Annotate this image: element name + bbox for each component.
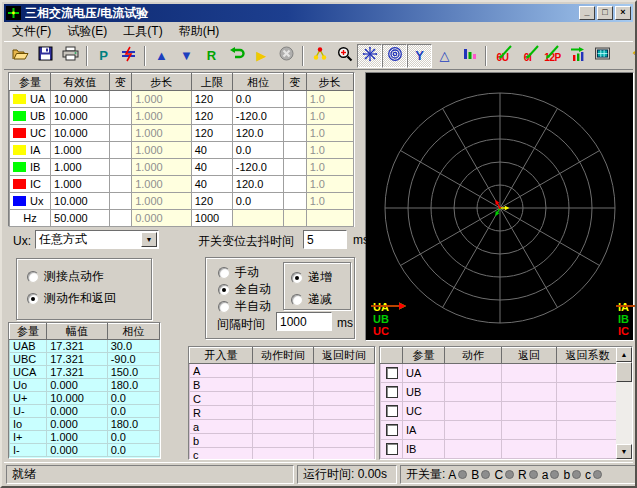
calculator-button[interactable] — [590, 44, 615, 68]
vary-cell[interactable] — [109, 210, 132, 227]
limit-cell[interactable]: 120 — [191, 108, 232, 125]
phase-cell[interactable]: 120.0 — [232, 125, 283, 142]
result-table-scrollbar[interactable]: ▲ ▼ — [616, 347, 632, 459]
step2-cell[interactable]: 1.0 — [306, 91, 353, 108]
step-cell[interactable]: 1.000 — [132, 142, 192, 159]
close-button[interactable]: × — [615, 6, 631, 20]
step-cell[interactable]: 1.000 — [132, 91, 192, 108]
print-button[interactable] — [58, 44, 83, 68]
trigger-option-0[interactable]: 测接点动作 — [27, 268, 104, 285]
maximize-button[interactable]: □ — [597, 6, 613, 20]
phase-sequence-button[interactable] — [116, 44, 141, 68]
step2-cell[interactable]: 1.0 — [306, 142, 353, 159]
direction-option-1[interactable]: 递减 — [291, 291, 332, 308]
debounce-input[interactable] — [303, 230, 347, 249]
save-button[interactable] — [33, 44, 58, 68]
trigger-option-1[interactable]: 测动作和返回 — [27, 290, 116, 307]
step-cell[interactable]: 1.000 — [132, 193, 192, 210]
direction-option-0[interactable]: 递增 — [291, 269, 332, 286]
limit-cell[interactable]: 120 — [191, 125, 232, 142]
vary-cell[interactable] — [109, 176, 132, 193]
open-file-button[interactable] — [8, 44, 33, 68]
twelve-p-button[interactable]: 12P — [540, 44, 565, 68]
y-connection-button[interactable]: Y — [407, 44, 432, 68]
vary-cell[interactable] — [109, 91, 132, 108]
phase-cell[interactable]: 0.0 — [232, 142, 283, 159]
select-checkbox[interactable] — [386, 386, 398, 398]
mode-option-2[interactable]: 半自动 — [218, 298, 271, 315]
rays-view-button[interactable] — [357, 44, 382, 68]
radio-icon[interactable] — [27, 293, 39, 305]
step2-cell[interactable]: 1.0 — [306, 176, 353, 193]
help-button[interactable]: ? — [624, 44, 637, 68]
radio-icon[interactable] — [218, 301, 230, 313]
limit-cell[interactable]: 120 — [191, 91, 232, 108]
chevron-down-icon[interactable]: ▼ — [141, 232, 157, 247]
vary-cell[interactable] — [109, 193, 132, 210]
step2-cell[interactable]: 1.0 — [306, 125, 353, 142]
rms-cell[interactable]: 1.000 — [51, 142, 110, 159]
step-cell[interactable]: 1.000 — [132, 159, 192, 176]
limit-cell[interactable]: 40 — [191, 159, 232, 176]
step2-cell[interactable]: 1.0 — [306, 108, 353, 125]
minimize-button[interactable]: _ — [579, 6, 595, 20]
bar-graph-button[interactable] — [457, 44, 482, 68]
menu-item-0[interactable]: 文件(F) — [4, 21, 59, 42]
rms-cell[interactable]: 1.000 — [51, 159, 110, 176]
vary-cell[interactable] — [109, 142, 132, 159]
limit-cell[interactable]: 40 — [191, 176, 232, 193]
vary2-cell[interactable] — [284, 91, 307, 108]
zoom-button[interactable] — [332, 44, 357, 68]
undo-button[interactable] — [224, 44, 249, 68]
vary2-cell[interactable] — [284, 142, 307, 159]
rms-cell[interactable]: 10.000 — [51, 193, 110, 210]
vary-cell[interactable] — [109, 159, 132, 176]
step2-cell[interactable]: 1.0 — [306, 193, 353, 210]
rms-cell[interactable]: 10.000 — [51, 91, 110, 108]
rms-cell[interactable]: 10.000 — [51, 108, 110, 125]
menu-item-1[interactable]: 试验(E) — [59, 21, 115, 42]
mode-option-0[interactable]: 手动 — [218, 264, 259, 281]
interval-input[interactable] — [276, 312, 332, 331]
six-u-button[interactable]: 6U — [490, 44, 515, 68]
scroll-down-icon[interactable]: ▼ — [616, 444, 632, 459]
step2-cell[interactable] — [306, 210, 353, 227]
circles-view-button[interactable] — [382, 44, 407, 68]
step-cell[interactable]: 1.000 — [132, 176, 192, 193]
rms-cell[interactable]: 10.000 — [51, 125, 110, 142]
select-checkbox[interactable] — [386, 367, 398, 379]
radio-icon[interactable] — [291, 294, 303, 306]
select-checkbox[interactable] — [386, 443, 398, 455]
phase-cell[interactable]: -120.0 — [232, 108, 283, 125]
ux-mode-select[interactable]: 任意方式 ▼ — [35, 230, 159, 249]
phase-cell[interactable]: 120.0 — [232, 176, 283, 193]
vary2-cell[interactable] — [284, 210, 307, 227]
vary-cell[interactable] — [109, 125, 132, 142]
vary-cell[interactable] — [109, 108, 132, 125]
select-checkbox[interactable] — [386, 405, 398, 417]
radio-icon[interactable] — [218, 267, 230, 279]
menu-item-2[interactable]: 工具(T) — [115, 21, 170, 42]
rms-cell[interactable]: 1.000 — [51, 176, 110, 193]
limit-cell[interactable]: 1000 — [191, 210, 232, 227]
delta-connection-button[interactable]: △ — [432, 44, 457, 68]
mode-option-1[interactable]: 全自动 — [218, 281, 271, 298]
radio-icon[interactable] — [27, 271, 39, 283]
phase-cell[interactable]: -120.0 — [232, 159, 283, 176]
output-map-button[interactable] — [565, 44, 590, 68]
phase-cell[interactable] — [232, 210, 283, 227]
vector-node-button[interactable] — [307, 44, 332, 68]
step-cell[interactable]: 1.000 — [132, 108, 192, 125]
step-cell[interactable]: 1.000 — [132, 125, 192, 142]
radio-icon[interactable] — [291, 272, 303, 284]
six-i-button[interactable]: 6I — [515, 44, 540, 68]
vary2-cell[interactable] — [284, 108, 307, 125]
limit-cell[interactable]: 120 — [191, 193, 232, 210]
start-button[interactable]: ▶ — [249, 44, 274, 68]
scrollbar-thumb[interactable] — [616, 362, 632, 382]
rms-cell[interactable]: 50.000 — [51, 210, 110, 227]
menu-item-3[interactable]: 帮助(H) — [171, 21, 228, 42]
step-cell[interactable]: 0.000 — [132, 210, 192, 227]
vary2-cell[interactable] — [284, 193, 307, 210]
stop-button[interactable] — [274, 44, 299, 68]
